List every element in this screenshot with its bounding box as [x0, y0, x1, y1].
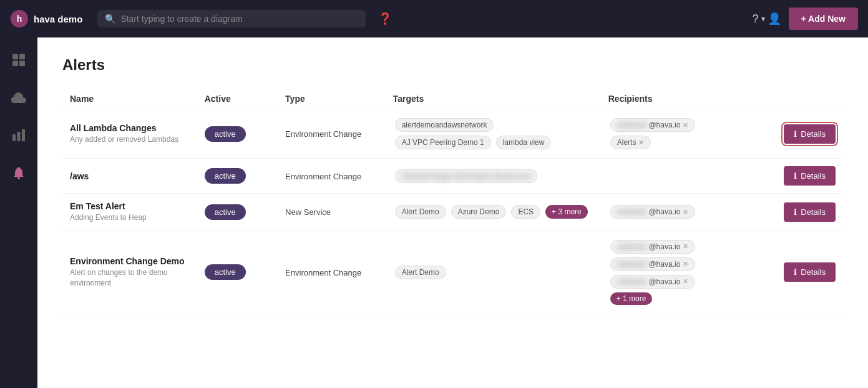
- recipient-blurred: redacted: [617, 277, 646, 286]
- alert-active-cell: active: [197, 194, 278, 231]
- search-input[interactable]: [120, 14, 358, 24]
- table-row: Environment Change Demo Alert on changes…: [62, 231, 843, 314]
- alert-name-primary: /aws: [70, 171, 190, 181]
- recipient-label: @hava.io: [648, 207, 680, 216]
- alert-name-primary: All Lambda Changes: [70, 123, 190, 133]
- svg-rect-6: [12, 134, 16, 141]
- col-header-actions: [749, 89, 843, 109]
- targets-more-chip: + 3 more: [545, 205, 588, 219]
- alert-active-cell: active: [197, 231, 278, 314]
- sidebar-item-charts[interactable]: [6, 122, 31, 147]
- recipients-more-chip: + 1 more: [610, 292, 653, 305]
- recipient-label: Alerts: [617, 138, 636, 147]
- svg-rect-4: [12, 61, 18, 66]
- recipient-label: @hava.io: [648, 242, 680, 251]
- search-bar[interactable]: 🔍: [97, 10, 366, 27]
- alert-recipients-cell: [601, 159, 749, 194]
- info-icon: ℹ: [794, 207, 797, 217]
- col-header-recipients: Recipients: [601, 89, 749, 109]
- topnav: h hava demo 🔍 ❓ ? ▾ 👤 + Add New: [0, 0, 868, 37]
- col-header-type: Type: [278, 89, 386, 109]
- help-circle-icon[interactable]: ?: [753, 12, 759, 26]
- content-area: Alerts Name Active Type Targets Recipien…: [37, 37, 868, 388]
- page-title: Alerts: [62, 56, 843, 74]
- help-icon[interactable]: ❓: [378, 12, 392, 26]
- active-badge: active: [205, 264, 246, 280]
- targets-wrap: redacted target information blurred env: [393, 168, 593, 184]
- main-layout: Alerts Name Active Type Targets Recipien…: [0, 37, 868, 388]
- recipient-chip: Alerts ✕: [610, 136, 651, 149]
- type-label: Environment Change: [285, 129, 361, 139]
- user-avatar-icon[interactable]: 👤: [768, 12, 781, 26]
- col-header-targets: Targets: [386, 89, 601, 109]
- alerts-table: Name Active Type Targets Recipients All …: [62, 89, 843, 314]
- chevron-down-icon[interactable]: ▾: [761, 14, 765, 23]
- type-label: New Service: [285, 207, 331, 217]
- logo-icon: h: [10, 9, 29, 28]
- sidebar-item-alerts[interactable]: [6, 160, 31, 185]
- active-badge: active: [205, 168, 246, 184]
- type-label: Environment Change: [285, 172, 361, 181]
- target-blurred: redacted target information blurred env: [402, 172, 531, 181]
- alert-recipients-cell: redacted @hava.io ✕ Alerts ✕: [601, 109, 749, 159]
- table-row: Em Test Alert Adding Events to Heap acti…: [62, 194, 843, 231]
- target-chip: ECS: [511, 205, 540, 219]
- recipient-chip: redacted @hava.io ✕: [610, 240, 696, 254]
- active-badge: active: [205, 204, 246, 220]
- info-icon: ℹ: [794, 171, 797, 181]
- alert-actions-cell: ℹ Details: [749, 231, 843, 314]
- svg-rect-3: [19, 54, 25, 59]
- sidebar-item-cloud[interactable]: [6, 85, 31, 110]
- details-label: Details: [801, 171, 826, 181]
- recipient-chip: redacted @hava.io ✕: [610, 205, 696, 219]
- details-button[interactable]: ℹ Details: [784, 262, 836, 282]
- col-header-name: Name: [62, 89, 197, 109]
- alert-name-cell: All Lambda Changes Any added or removed …: [62, 109, 197, 159]
- svg-text:h: h: [17, 14, 22, 24]
- sidebar-item-dashboard[interactable]: [6, 47, 31, 72]
- svg-rect-2: [12, 54, 18, 59]
- details-label: Details: [801, 129, 826, 139]
- remove-recipient-icon[interactable]: ✕: [683, 208, 688, 216]
- info-icon: ℹ: [794, 267, 797, 277]
- search-icon: 🔍: [105, 14, 115, 24]
- user-menu[interactable]: ? ▾ 👤: [753, 12, 781, 26]
- alert-targets-cell: Alert Demo: [386, 231, 601, 314]
- active-badge: active: [205, 126, 246, 142]
- details-button[interactable]: ℹ Details: [784, 124, 836, 144]
- alert-type-cell: Environment Change: [278, 109, 386, 159]
- recipient-blurred: redacted: [617, 121, 646, 129]
- svg-rect-8: [22, 129, 25, 141]
- target-chip: Alert Demo: [395, 205, 446, 219]
- remove-recipient-icon[interactable]: ✕: [638, 139, 644, 147]
- recipient-chip: redacted @hava.io ✕: [610, 257, 696, 271]
- alert-name-secondary: Alert on changes to the demo environment: [70, 267, 190, 289]
- recipients-wrap: redacted @hava.io ✕ redacted @hava.io ✕ …: [608, 239, 741, 306]
- remove-recipient-icon[interactable]: ✕: [683, 277, 688, 286]
- targets-wrap: Alert Demo: [393, 264, 593, 281]
- svg-rect-7: [17, 132, 21, 141]
- alert-active-cell: active: [197, 109, 278, 159]
- alert-recipients-cell: redacted @hava.io ✕: [601, 194, 749, 231]
- remove-recipient-icon[interactable]: ✕: [683, 121, 688, 129]
- alert-actions-cell: ℹ Details: [749, 194, 843, 231]
- recipient-chip: redacted @hava.io ✕: [610, 275, 696, 289]
- remove-recipient-icon[interactable]: ✕: [683, 242, 688, 251]
- remove-recipient-icon[interactable]: ✕: [683, 260, 688, 268]
- add-new-button[interactable]: + Add New: [789, 7, 858, 30]
- target-chip: Azure Demo: [451, 205, 507, 219]
- recipient-label: @hava.io: [648, 277, 680, 286]
- alert-targets-cell: alertdemoandawsnetwork AJ VPC Peering De…: [386, 109, 601, 159]
- details-button[interactable]: ℹ Details: [784, 202, 836, 222]
- alert-type-cell: Environment Change: [278, 231, 386, 314]
- recipient-label: @hava.io: [648, 260, 680, 269]
- target-chip: lambda view: [496, 136, 552, 149]
- alert-targets-cell: redacted target information blurred env: [386, 159, 601, 194]
- targets-wrap: Alert Demo Azure Demo ECS + 3 more: [393, 204, 593, 220]
- alert-type-cell: Environment Change: [278, 159, 386, 194]
- alert-type-cell: New Service: [278, 194, 386, 231]
- alert-targets-cell: Alert Demo Azure Demo ECS + 3 more: [386, 194, 601, 231]
- target-chip: Alert Demo: [395, 266, 446, 279]
- details-button[interactable]: ℹ Details: [784, 166, 836, 186]
- recipient-chip: redacted @hava.io ✕: [610, 118, 696, 132]
